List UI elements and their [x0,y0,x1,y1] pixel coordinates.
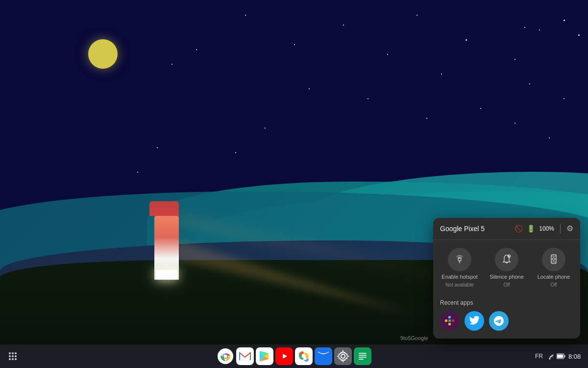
taskbar-status: FR 8:08 [535,353,584,360]
svg-point-0 [458,258,461,261]
taskbar-app-sheets[interactable] [354,347,371,365]
locate-sublabel: Off [550,282,557,288]
locate-icon-circle [542,248,565,271]
svg-rect-12 [445,319,447,322]
svg-rect-14 [448,319,451,322]
battery-icon: 🔋 [527,225,535,233]
svg-rect-31 [250,352,251,360]
svg-point-24 [12,358,14,360]
action-hotspot[interactable]: Enable hotspot Not available [437,248,482,288]
launcher-button[interactable] [4,347,22,365]
hotspot-label: Enable hotspot [441,273,477,280]
svg-point-17 [9,352,11,354]
twitter-logo [468,315,480,327]
action-locate[interactable]: Locate phone Off [531,248,576,288]
svg-rect-38 [359,353,367,354]
svg-rect-15 [452,319,454,322]
taskbar-app-youtube[interactable] [275,347,293,365]
svg-point-21 [12,355,14,357]
panel-header-icons: 🚫 🔋 100% ⚙ [514,224,573,234]
hotspot-icon-circle [448,248,471,271]
svg-point-20 [9,355,11,357]
no-sim-icon: 🚫 [514,225,523,233]
time-display: 8:08 [568,353,584,360]
svg-rect-44 [557,355,563,358]
taskbar-app-photos[interactable] [295,347,313,365]
gmail-icon [239,351,251,361]
hotspot-icon [454,254,466,265]
launcher-icon [8,351,18,361]
locate-label: Locate phone [538,273,570,280]
svg-point-36 [341,354,345,358]
play-store-icon [258,350,271,363]
taskbar-app-play[interactable] [256,347,273,365]
silence-icon-circle [495,248,518,271]
sheets-icon [357,350,368,363]
panel-header: Google Pixel 5 🚫 🔋 100% ⚙ [433,218,580,240]
wifi-icon [546,353,554,360]
recent-apps-title: Recent apps [440,299,573,306]
recent-app-telegram[interactable] [489,311,509,331]
svg-rect-16 [448,323,451,325]
youtube-icon [278,351,291,361]
silence-sublabel: Off [503,282,510,288]
taskbar-app-settings[interactable] [334,347,352,365]
svg-point-42 [549,358,551,360]
taskbar-app-chrome[interactable] [217,347,234,365]
svg-rect-40 [359,357,367,358]
telegram-logo [493,315,505,327]
chrome-icon [218,348,233,364]
photos-icon [297,350,310,363]
taskbar: FR 8:08 [0,344,588,368]
recent-apps-row [440,311,573,331]
svg-rect-39 [359,355,367,356]
svg-rect-29 [239,351,251,361]
panel-actions: Enable hotspot Not available Silence pho… [433,240,580,295]
locate-phone-icon [548,254,560,265]
panel-title: Google Pixel 5 [440,225,514,233]
recent-app-twitter[interactable] [465,311,484,331]
settings-icon [337,350,349,363]
taskbar-app-gmail[interactable] [236,347,254,365]
svg-rect-41 [359,359,364,360]
svg-rect-30 [239,352,240,360]
svg-point-34 [302,354,306,358]
taskbar-apps [217,347,371,365]
hotspot-sublabel: Not available [445,282,474,288]
recent-apps-section: Recent apps [433,295,580,339]
lighthouse [152,201,181,280]
svg-rect-37 [357,350,368,363]
svg-point-19 [15,352,17,354]
battery-status-icon [557,353,565,359]
watermark: 9to5Google [400,335,428,341]
silence-icon [501,254,513,265]
action-silence[interactable]: Silence phone Off [484,248,529,288]
svg-rect-45 [564,355,565,357]
slack-logo [443,315,456,327]
svg-rect-13 [448,316,451,318]
taskbar-app-messages[interactable] [315,347,332,365]
recent-app-slack[interactable] [440,311,460,331]
svg-point-22 [15,355,17,357]
phone-panel: Google Pixel 5 🚫 🔋 100% ⚙ Enable h [433,218,580,339]
silence-label: Silence phone [490,273,524,280]
battery-level: 100% [539,225,554,232]
svg-point-18 [12,352,14,354]
svg-point-28 [224,355,227,358]
moon [88,39,118,69]
panel-settings-icon[interactable]: ⚙ [566,224,573,233]
svg-point-7 [553,258,555,260]
locale-display: FR [535,353,543,360]
svg-point-23 [9,358,11,360]
messages-icon [317,350,330,363]
svg-point-25 [15,358,17,360]
